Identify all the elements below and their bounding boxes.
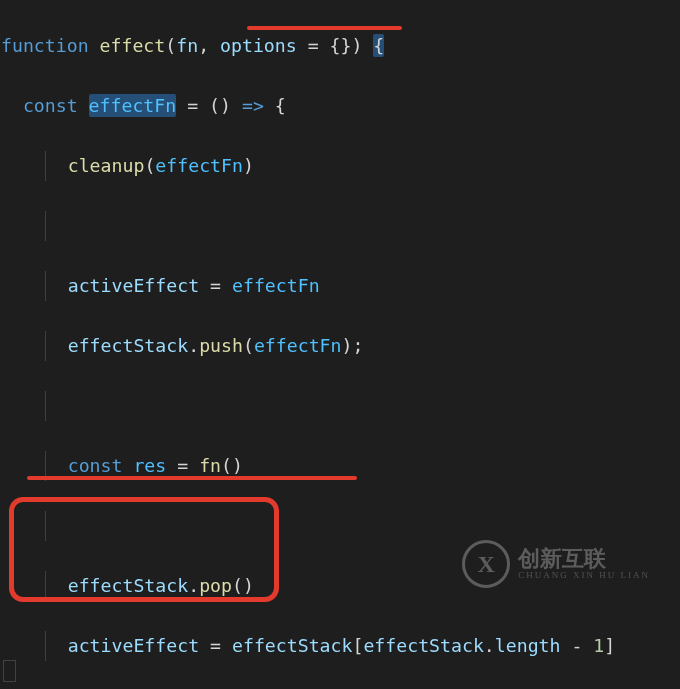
param-fn: fn <box>176 35 198 56</box>
cursor-ghost <box>3 660 16 682</box>
annotation-underline <box>247 26 402 30</box>
param-options: options <box>220 35 297 56</box>
code-line: effectStack.pop() <box>1 571 680 601</box>
code-line: const effectFn = () => { <box>1 91 680 121</box>
keyword-function: function <box>1 35 89 56</box>
code-editor[interactable]: function effect(fn, options = {}) { cons… <box>0 0 680 689</box>
code-line: effectStack.push(effectFn); <box>1 331 680 361</box>
brace-open: { <box>373 34 384 57</box>
code-line <box>1 391 680 421</box>
code-line: activeEffect = effectStack[effectStack.l… <box>1 631 680 661</box>
code-line <box>1 211 680 241</box>
code-line: cleanup(effectFn) <box>1 151 680 181</box>
code-line <box>1 511 680 541</box>
annotation-underline <box>27 476 357 480</box>
function-name: effect <box>100 35 166 56</box>
code-line: activeEffect = effectFn <box>1 271 680 301</box>
variable-effectFn: effectFn <box>89 94 177 117</box>
code-line: function effect(fn, options = {}) { <box>1 31 680 61</box>
